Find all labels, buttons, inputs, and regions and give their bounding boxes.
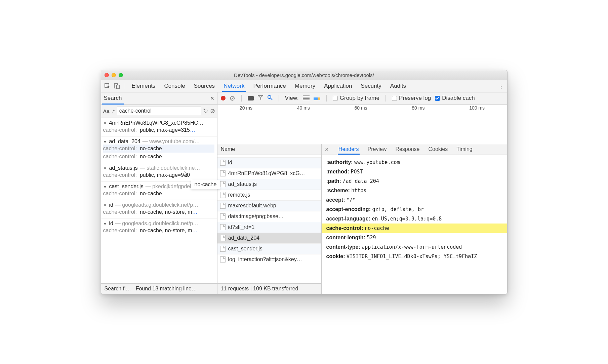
record-button[interactable] <box>221 96 226 100</box>
search-input[interactable] <box>117 107 201 115</box>
regex-toggle[interactable]: .* <box>112 108 115 114</box>
search-result-line[interactable]: cache-control: no-cache, no-store, m… <box>103 227 214 235</box>
search-result-header[interactable]: ▼ad_status.js — static.doubleclick.ne… <box>103 165 214 171</box>
match-case-toggle[interactable]: Aa <box>103 108 110 114</box>
detail-tab-preview[interactable]: Preview <box>368 146 387 152</box>
panel-tab-security[interactable]: Security <box>361 83 381 89</box>
close-icon[interactable]: × <box>325 146 329 153</box>
search-footer: Search fi… Found 13 matching line… <box>101 283 217 294</box>
screenshot-icon[interactable] <box>248 96 254 100</box>
view-waterfall-icon[interactable] <box>314 97 320 100</box>
view-label: View: <box>285 95 299 102</box>
header-row[interactable]: :method: POST <box>326 167 502 176</box>
panel-tab-application[interactable]: Application <box>324 83 352 89</box>
search-result-line[interactable]: cache-control: public, max-age=900 <box>103 171 214 179</box>
close-window-button[interactable] <box>105 73 109 77</box>
panel-tab-console[interactable]: Console <box>164 83 185 89</box>
search-result-line[interactable]: cache-control: no-cache <box>103 153 214 161</box>
header-row[interactable]: accept: */* <box>326 195 502 205</box>
search-result-header[interactable]: ▼cast_sender.js — pkedcjkdefgpdelp… <box>103 184 214 190</box>
header-row[interactable]: :authority: www.youtube.com <box>326 158 502 167</box>
search-panel-header: Search × <box>101 92 217 105</box>
panel-tab-network[interactable]: Network <box>224 83 244 89</box>
refresh-icon[interactable]: ↻ <box>203 107 208 115</box>
disable-cache-checkbox[interactable]: Disable cach <box>435 95 475 102</box>
detail-tab-cookies[interactable]: Cookies <box>428 146 448 152</box>
search-icon[interactable] <box>267 95 273 102</box>
table-row[interactable]: id?slf_rd=1 <box>217 222 321 233</box>
search-tab-label[interactable]: Search <box>104 95 122 102</box>
header-row[interactable]: accept-language: en-US,en;q=0.9,la;q=0.8 <box>326 214 502 224</box>
search-result-header[interactable]: ▼4mrRnEPnWo81qWPG8_xcGP85HC… <box>103 120 214 126</box>
header-row[interactable]: content-type: application/x-www-form-url… <box>326 242 502 252</box>
divider <box>279 95 279 102</box>
request-list: Name id4mrRnEPnWo81qWPG8_xcG…ad_status.j… <box>217 144 322 294</box>
header-value: */* <box>347 197 356 203</box>
result-origin: — static.doubleclick.ne… <box>140 165 200 171</box>
preserve-log-checkbox[interactable]: Preserve log <box>392 95 431 102</box>
zoom-window-button[interactable] <box>119 73 123 77</box>
search-result-line[interactable]: cache-control: no-cache <box>103 190 214 198</box>
search-result-header[interactable]: ▼id — googleads.g.doubleclick.net/p… <box>103 220 214 227</box>
svg-point-3 <box>268 95 271 98</box>
search-result-line[interactable]: cache-control: no-cache, no-store, m… <box>103 208 214 216</box>
search-result-header[interactable]: ▼ad_data_204 — www.youtube.com/… <box>103 138 214 145</box>
table-row[interactable]: remote.js <box>217 190 321 201</box>
minimize-window-button[interactable] <box>112 73 116 77</box>
panel-tab-audits[interactable]: Audits <box>390 83 406 89</box>
table-row[interactable]: log_interaction?alt=json&key… <box>217 254 321 265</box>
request-details: × HeadersPreviewResponseCookiesTiming :a… <box>322 144 507 294</box>
search-result-header[interactable]: ▼id — googleads.g.doubleclick.net/p… <box>103 202 214 208</box>
header-row[interactable]: cache-control: no-cache <box>322 224 507 233</box>
search-result-line[interactable]: cache-control: public, max-age=315… <box>103 126 214 134</box>
table-row[interactable]: 4mrRnEPnWo81qWPG8_xcG… <box>217 168 321 179</box>
view-list-icon[interactable] <box>303 95 310 101</box>
header-value: en-US,en;q=0.9,la;q=0.8 <box>372 216 442 222</box>
overview-timeline[interactable]: 20 ms40 ms60 ms80 ms100 ms <box>217 105 507 144</box>
tick-label: 80 ms <box>412 105 424 111</box>
tick-label: 60 ms <box>355 105 367 111</box>
divider <box>326 95 327 102</box>
header-row[interactable]: :scheme: https <box>326 186 502 195</box>
panel-tab-elements[interactable]: Elements <box>132 83 156 89</box>
table-row[interactable]: ad_data_204 <box>217 233 321 244</box>
detail-tab-headers[interactable]: Headers <box>338 146 359 152</box>
table-row[interactable]: ad_status.js <box>217 179 321 190</box>
table-row[interactable]: cast_sender.js <box>217 244 321 254</box>
file-icon <box>220 235 226 241</box>
panel-tab-performance[interactable]: Performance <box>253 83 286 89</box>
filter-icon[interactable] <box>258 95 263 102</box>
result-file-name: cast_sender.js <box>109 184 143 190</box>
close-icon[interactable]: × <box>210 94 214 102</box>
header-value: 529 <box>367 235 376 241</box>
table-row[interactable] <box>217 155 321 158</box>
request-list-header[interactable]: Name <box>217 144 321 155</box>
tick-label: 100 ms <box>469 105 485 111</box>
device-toolbar-icon[interactable] <box>113 82 121 90</box>
table-row[interactable]: id <box>217 158 321 168</box>
inspect-element-icon[interactable] <box>104 82 111 90</box>
file-icon <box>220 170 226 176</box>
search-result-line[interactable]: cache-control: no-cache <box>103 145 214 153</box>
main-area: Search × Aa .* ↻ ⊘ ▼4mrRnEPnWo81qWPG8_xc… <box>101 92 507 294</box>
disclosure-triangle-icon: ▼ <box>103 121 107 126</box>
header-row[interactable]: content-length: 529 <box>326 233 502 242</box>
detail-tab-timing[interactable]: Timing <box>456 146 472 152</box>
table-row[interactable]: maxresdefault.webp <box>217 201 321 211</box>
group-by-frame-checkbox[interactable]: Group by frame <box>333 95 379 102</box>
network-toolbar: ⊘ View: Group by frame Preserve log Disa… <box>217 92 507 105</box>
header-row[interactable]: :path: /ad_data_204 <box>326 176 502 186</box>
header-row[interactable]: accept-encoding: gzip, deflate, br <box>326 205 502 214</box>
clear-icon[interactable]: ⊘ <box>210 107 215 115</box>
file-icon <box>220 246 226 252</box>
table-row[interactable]: data:image/png;base… <box>217 211 321 222</box>
clear-icon[interactable]: ⊘ <box>230 94 235 102</box>
request-name: remote.js <box>228 192 250 198</box>
detail-tab-response[interactable]: Response <box>395 146 419 152</box>
overflow-menu-icon[interactable]: ⋮ <box>498 82 504 90</box>
panel-tab-sources[interactable]: Sources <box>194 83 215 89</box>
request-name: maxresdefault.webp <box>228 203 276 209</box>
header-row[interactable]: cookie: VISITOR_INFO1_LIVE=dDk0-xTswPs; … <box>326 252 502 261</box>
panel-tab-memory[interactable]: Memory <box>295 83 315 89</box>
search-result-group: ▼ad_data_204 — www.youtube.com/…cache-co… <box>101 136 217 163</box>
